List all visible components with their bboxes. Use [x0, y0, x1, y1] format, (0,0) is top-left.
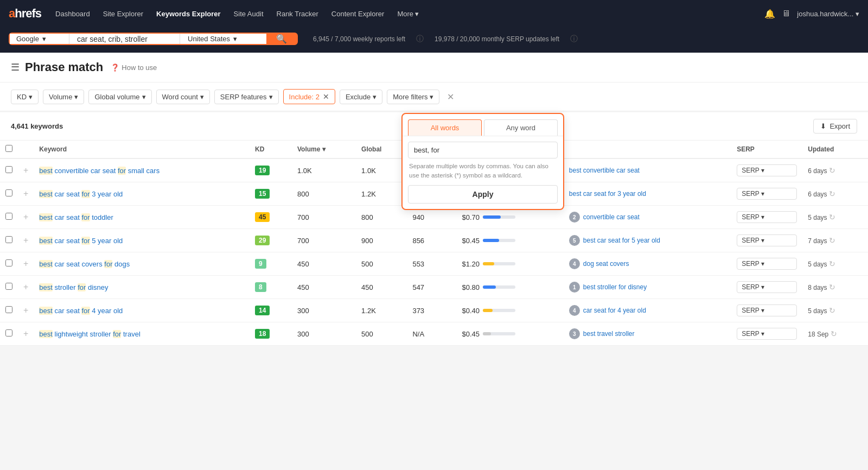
search-input[interactable]	[69, 34, 180, 44]
nav-keywords-explorer[interactable]: Keywords Explorer	[151, 7, 226, 21]
parent-topic-link[interactable]: dog seat covers	[583, 260, 629, 268]
table-row: + best car seat covers for dogs 9 450 50…	[0, 252, 868, 276]
parent-topic-link[interactable]: best car seat for 3 year old	[569, 190, 646, 198]
row-checkbox[interactable]	[5, 306, 12, 313]
add-row-icon[interactable]: +	[23, 166, 28, 175]
row-checkbox[interactable]	[5, 259, 12, 266]
more-filters[interactable]: More filters ▾	[387, 90, 439, 104]
word-count-filter[interactable]: Word count ▾	[156, 90, 210, 104]
volume-filter[interactable]: Volume ▾	[43, 90, 84, 104]
close-include-icon[interactable]: ✕	[323, 92, 329, 101]
kd-filter[interactable]: KD ▾	[11, 90, 39, 104]
nav-content-explorer[interactable]: Content Explorer	[326, 7, 390, 21]
keyword-link[interactable]: best stroller for disney	[39, 283, 108, 291]
updated-cell: 5 days ↻	[802, 299, 868, 322]
keyword-cell: best lightweight stroller for travel	[34, 322, 250, 346]
serp-dropdown[interactable]: SERP ▾	[737, 304, 797, 316]
monitor-icon[interactable]: 🖥	[782, 9, 790, 18]
include-keywords-input[interactable]	[408, 142, 558, 158]
country-select[interactable]: United States ▾	[180, 34, 266, 44]
include-filter[interactable]: Include: 2 ✕	[283, 89, 335, 104]
keyword-link[interactable]: best car seat for 4 year old	[39, 307, 123, 315]
user-menu[interactable]: joshua.hardwick... ▾	[797, 10, 859, 18]
serp-dropdown[interactable]: SERP ▾	[737, 188, 797, 200]
search-button[interactable]: 🔍	[266, 34, 297, 44]
apply-button[interactable]: Apply	[408, 185, 558, 204]
tab-any-word[interactable]: Any word	[484, 119, 558, 136]
kd-cell: 14	[250, 299, 292, 322]
parent-topic-link[interactable]: convertible car seat	[583, 213, 640, 221]
help-icon: ❓	[111, 63, 119, 72]
serp-dropdown[interactable]: SERP ▾	[737, 211, 797, 223]
sidebar-toggle[interactable]: ☰	[11, 61, 20, 73]
select-all-checkbox[interactable]	[5, 145, 12, 152]
serp-dropdown[interactable]: SERP ▾	[737, 164, 797, 176]
parent-topic-link[interactable]: best stroller for disney	[583, 283, 647, 291]
row-checkbox[interactable]	[5, 166, 12, 173]
refresh-icon[interactable]: ↻	[831, 329, 837, 338]
engine-select[interactable]: Google ▾	[10, 34, 69, 44]
serp-dropdown[interactable]: SERP ▾	[737, 328, 797, 340]
parent-topic-link[interactable]: car seat for 4 year old	[583, 307, 646, 314]
add-row-icon[interactable]: +	[23, 306, 28, 315]
add-row-icon[interactable]: +	[23, 212, 28, 221]
clicks-cell: 547	[407, 276, 456, 299]
add-row-icon[interactable]: +	[23, 189, 28, 198]
refresh-icon[interactable]: ↻	[829, 283, 835, 291]
nav-site-explorer[interactable]: Site Explorer	[98, 7, 149, 21]
search-info: 6,945 / 7,000 weekly reports left ⓘ 19,9…	[313, 34, 578, 44]
refresh-icon[interactable]: ↻	[829, 259, 835, 268]
refresh-icon[interactable]: ↻	[829, 166, 835, 175]
clicks-cell: 553	[407, 252, 456, 276]
add-row-icon[interactable]: +	[23, 282, 28, 291]
col-volume[interactable]: Volume ▾	[292, 141, 356, 158]
keyword-link[interactable]: best car seat for toddler	[39, 213, 113, 221]
serp-cell: SERP ▾	[731, 158, 802, 182]
serp-dropdown[interactable]: SERP ▾	[737, 234, 797, 246]
tab-all-words[interactable]: All words	[408, 119, 482, 136]
row-checkbox[interactable]	[5, 283, 12, 290]
keyword-link[interactable]: best car seat for 5 year old	[39, 237, 123, 245]
export-button[interactable]: ⬇ Export	[813, 119, 857, 134]
refresh-icon[interactable]: ↻	[829, 189, 835, 198]
parent-topic-cell: 5 best car seat for 5 year old	[564, 229, 731, 252]
refresh-icon[interactable]: ↻	[829, 213, 835, 221]
row-checkbox[interactable]	[5, 329, 12, 336]
refresh-icon[interactable]: ↻	[829, 236, 835, 245]
parent-topic-link[interactable]: best travel stroller	[583, 330, 635, 338]
keyword-link[interactable]: best car seat for 3 year old	[39, 190, 123, 198]
serp-cell: SERP ▾	[731, 206, 802, 229]
row-checkbox[interactable]	[5, 189, 12, 196]
exclude-filter[interactable]: Exclude ▾	[340, 90, 382, 104]
parent-topic-link[interactable]: best convertible car seat	[569, 167, 640, 174]
weekly-reports: 6,945 / 7,000 weekly reports left	[313, 35, 405, 43]
nav-rank-tracker[interactable]: Rank Tracker	[271, 7, 324, 21]
col-serp: SERP	[731, 141, 802, 158]
parent-topic-link[interactable]: best car seat for 5 year old	[583, 237, 660, 244]
refresh-icon[interactable]: ↻	[829, 306, 835, 315]
add-row-icon[interactable]: +	[23, 259, 28, 268]
serp-dropdown[interactable]: SERP ▾	[737, 281, 797, 293]
how-to-use-link[interactable]: ❓ How to use	[111, 63, 157, 72]
row-checkbox[interactable]	[5, 213, 12, 220]
serp-dropdown[interactable]: SERP ▾	[737, 258, 797, 270]
clear-all-filters[interactable]: ✕	[444, 91, 457, 103]
serp-features-filter[interactable]: SERP features ▾	[214, 90, 279, 104]
nav-dashboard[interactable]: Dashboard	[50, 7, 95, 21]
nav-more[interactable]: More ▾	[392, 7, 424, 21]
engine-label: Google	[16, 35, 39, 43]
keyword-link[interactable]: best car seat covers for dogs	[39, 260, 130, 268]
info-icon-2: ⓘ	[570, 34, 578, 44]
global-cell: 1.2K	[356, 299, 407, 322]
keyword-link[interactable]: best lightweight stroller for travel	[39, 330, 140, 338]
download-icon: ⬇	[820, 122, 826, 130]
nav-site-audit[interactable]: Site Audit	[228, 7, 269, 21]
add-row-icon[interactable]: +	[23, 329, 28, 338]
col-updated: Updated	[802, 141, 868, 158]
keyword-link[interactable]: best convertible car seat for small cars	[39, 167, 159, 175]
row-checkbox[interactable]	[5, 236, 12, 243]
notification-icon[interactable]: 🔔	[764, 9, 775, 19]
global-volume-filter[interactable]: Global volume ▾	[88, 90, 151, 104]
add-row-icon[interactable]: +	[23, 236, 28, 245]
include-dropdown: All words Any word Separate multiple wor…	[401, 113, 564, 210]
